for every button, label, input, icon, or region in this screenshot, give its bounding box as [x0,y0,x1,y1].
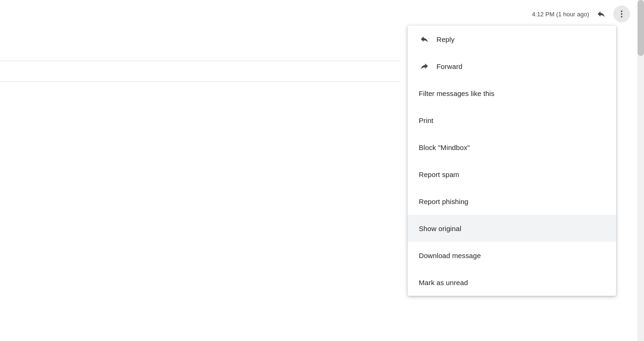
menu-print-label: Print [419,116,433,124]
menu-item-download-message[interactable]: Download message [408,242,616,269]
menu-show-original-label: Show original [419,225,461,232]
menu-report-spam-label: Report spam [419,170,459,178]
menu-report-phishing-label: Report phishing [419,198,469,205]
svg-point-0 [621,11,622,12]
more-dots-icon [617,9,626,19]
menu-item-report-phishing[interactable]: Report phishing [408,188,616,215]
divider-line-bottom [0,82,400,82]
scrollbar-track[interactable] [637,0,644,341]
reply-button-header[interactable] [593,6,610,22]
context-menu: Reply Forward Filter messages like this … [408,26,616,296]
menu-item-show-original[interactable]: Show original [408,215,616,242]
menu-item-print[interactable]: Print [408,107,616,134]
menu-reply-label: Reply [436,35,455,43]
reply-icon-header [597,9,606,19]
svg-point-1 [621,13,622,14]
menu-block-label: Block "Mindbox" [419,143,470,151]
menu-item-filter[interactable]: Filter messages like this [408,80,616,107]
forward-icon [419,61,430,71]
menu-item-block[interactable]: Block "Mindbox" [408,134,616,161]
menu-download-message-label: Download message [419,252,481,259]
menu-item-reply[interactable]: Reply [408,26,616,53]
divider-line-top [0,61,400,61]
menu-mark-unread-label: Mark as unread [419,279,468,286]
menu-item-forward[interactable]: Forward [408,53,616,80]
menu-item-mark-unread[interactable]: Mark as unread [408,269,616,296]
email-timestamp: 4:12 PM (1 hour ago) [532,11,589,18]
email-header-bar: 4:12 PM (1 hour ago) [532,6,630,22]
svg-point-2 [621,16,622,17]
more-options-button[interactable] [613,6,630,22]
reply-icon [419,34,430,44]
menu-forward-label: Forward [436,62,463,70]
scrollbar-thumb[interactable] [637,0,644,56]
menu-filter-label: Filter messages like this [419,89,495,97]
menu-item-report-spam[interactable]: Report spam [408,161,616,188]
